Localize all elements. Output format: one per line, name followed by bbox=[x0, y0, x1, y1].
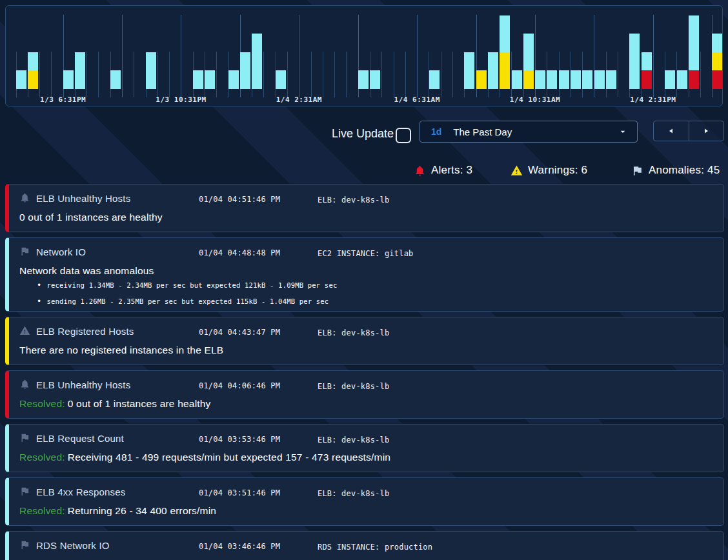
timeline-bar[interactable] bbox=[571, 70, 581, 89]
bar-segment-anomaly bbox=[429, 70, 440, 89]
axis-tick bbox=[311, 52, 312, 97]
bar-segment-alert bbox=[712, 70, 722, 89]
time-range-dropdown[interactable]: 1d The Past Day bbox=[420, 121, 638, 143]
axis-gridline bbox=[122, 15, 123, 97]
timeline-bar[interactable] bbox=[252, 34, 262, 89]
axis-tick bbox=[51, 52, 52, 97]
timeline-bar[interactable] bbox=[75, 52, 85, 89]
resolved-label: Resolved: bbox=[19, 505, 65, 516]
live-update-checkbox[interactable] bbox=[396, 128, 411, 143]
event-card[interactable]: ELB Registered Hosts01/04 04:43:47 PMELB… bbox=[5, 317, 724, 365]
timeline-bar[interactable] bbox=[476, 70, 487, 89]
bar-segment-anomaly bbox=[571, 70, 581, 89]
event-timestamp: 01/04 04:43:47 PM bbox=[199, 328, 280, 337]
event-timestamp: 01/04 04:06:46 PM bbox=[199, 381, 280, 390]
stat-anomalies: Anomalies: 45 bbox=[631, 163, 720, 178]
bar-segment-anomaly bbox=[512, 70, 522, 89]
event-card[interactable]: ELB Unhealthy Hosts01/04 04:06:46 PMELB:… bbox=[5, 370, 724, 419]
bar-segment-anomaly bbox=[146, 52, 156, 89]
timeline-bar[interactable] bbox=[370, 70, 380, 89]
event-resource: EC2 INSTANCE: gitlab bbox=[318, 249, 414, 258]
bar-segment-warning bbox=[476, 70, 487, 89]
bar-segment-anomaly bbox=[594, 70, 605, 89]
time-range-badge: 1d bbox=[431, 126, 441, 137]
timeline-bar[interactable] bbox=[276, 70, 286, 89]
event-description: Resolved:0 out of 1 instances are health… bbox=[19, 398, 211, 410]
flag-icon bbox=[19, 539, 30, 553]
timeline-bar[interactable] bbox=[500, 15, 510, 89]
live-update-label: Live Update bbox=[332, 127, 394, 141]
previous-period-button[interactable] bbox=[654, 121, 689, 141]
time-pager bbox=[653, 121, 724, 141]
stat-alerts: Alerts: 3 bbox=[414, 163, 472, 178]
timeline-bar[interactable] bbox=[358, 70, 369, 89]
timeline-bar[interactable] bbox=[488, 52, 498, 89]
axis-tick bbox=[216, 52, 217, 97]
timeline-bar[interactable] bbox=[582, 70, 592, 89]
timeline-chart[interactable]: 1/3 6:31PM1/3 10:31PM1/4 2:31AM1/4 6:31A… bbox=[5, 5, 723, 106]
timeline-bar[interactable] bbox=[63, 70, 74, 89]
event-card[interactable]: ELB Request Count01/04 03:53:46 PMELB: d… bbox=[5, 424, 724, 472]
bar-segment-anomaly bbox=[75, 52, 85, 89]
timeline-bar[interactable] bbox=[535, 70, 545, 89]
timeline-bar[interactable] bbox=[429, 70, 440, 89]
timeline-bar[interactable] bbox=[28, 52, 38, 89]
timeline-bar[interactable] bbox=[523, 34, 534, 89]
flag-icon bbox=[19, 246, 30, 259]
timeline-bar[interactable] bbox=[642, 52, 652, 89]
event-resource: ELB: dev-k8s-lb bbox=[318, 382, 389, 391]
timeline-bar[interactable] bbox=[606, 70, 616, 89]
event-card[interactable]: ELB 4xx Responses01/04 03:51:46 PMELB: d… bbox=[5, 477, 724, 526]
axis-time-label: 1/3 6:31PM bbox=[40, 95, 86, 104]
bar-segment-anomaly bbox=[500, 15, 510, 52]
axis-tick bbox=[618, 52, 618, 97]
bar-segment-anomaly bbox=[665, 70, 675, 89]
axis-time-label: 1/3 10:31PM bbox=[156, 95, 206, 104]
axis-time-label: 1/4 2:31AM bbox=[276, 95, 322, 104]
bar-segment-anomaly bbox=[606, 70, 616, 89]
axis-tick bbox=[441, 52, 441, 97]
event-timestamp: 01/04 03:51:46 PM bbox=[199, 488, 280, 497]
bar-segment-anomaly bbox=[252, 34, 262, 89]
event-title: ELB Unhealthy Hosts bbox=[36, 193, 130, 204]
bar-segment-anomaly bbox=[559, 70, 569, 89]
axis-gridline bbox=[299, 15, 299, 97]
bar-segment-anomaly bbox=[28, 52, 38, 71]
bar-segment-anomaly bbox=[642, 52, 652, 71]
timeline-bar[interactable] bbox=[110, 70, 121, 89]
axis-tick bbox=[134, 52, 134, 97]
flag-icon bbox=[19, 432, 30, 446]
timeline-bar[interactable] bbox=[677, 70, 687, 89]
bar-segment-anomaly bbox=[629, 34, 640, 89]
timeline-bar[interactable] bbox=[712, 34, 722, 89]
axis-gridline bbox=[181, 15, 181, 97]
timeline-bar[interactable] bbox=[547, 70, 557, 89]
next-period-button[interactable] bbox=[689, 121, 724, 141]
timeline-bar[interactable] bbox=[146, 52, 156, 89]
timeline-bar[interactable] bbox=[228, 70, 239, 89]
timeline-bar[interactable] bbox=[559, 70, 569, 89]
timeline-bar[interactable] bbox=[512, 70, 522, 89]
timeline-bar[interactable] bbox=[665, 70, 675, 89]
bar-segment-anomaly bbox=[240, 52, 250, 89]
event-card[interactable]: ELB Unhealthy Hosts01/04 04:51:46 PMELB:… bbox=[5, 184, 724, 232]
timeline-bar[interactable] bbox=[594, 70, 605, 89]
event-card[interactable]: Network IO01/04 04:48:48 PMEC2 INSTANCE:… bbox=[5, 237, 724, 312]
timeline-bar[interactable] bbox=[193, 70, 203, 89]
timeline-bar[interactable] bbox=[16, 70, 26, 89]
bar-segment-alert bbox=[642, 70, 652, 89]
arrow-left-icon bbox=[667, 127, 675, 135]
timeline-bar[interactable] bbox=[240, 52, 250, 89]
bar-segment-anomaly bbox=[205, 70, 215, 89]
chevron-down-icon bbox=[618, 126, 628, 137]
stat-warnings: Warnings: 6 bbox=[511, 163, 587, 178]
bar-segment-warning bbox=[712, 52, 722, 71]
event-card[interactable]: RDS Network IO01/04 03:46:46 PMRDS INSTA… bbox=[5, 531, 724, 560]
timeline-bar[interactable] bbox=[464, 52, 474, 89]
event-description: Network data was anomalous bbox=[19, 265, 154, 277]
timeline-bar[interactable] bbox=[205, 70, 215, 89]
event-description: There are no registered instances in the… bbox=[19, 345, 223, 356]
timeline-bar[interactable] bbox=[629, 34, 640, 89]
timeline-bar[interactable] bbox=[689, 15, 699, 89]
event-title: ELB 4xx Responses bbox=[36, 486, 125, 497]
